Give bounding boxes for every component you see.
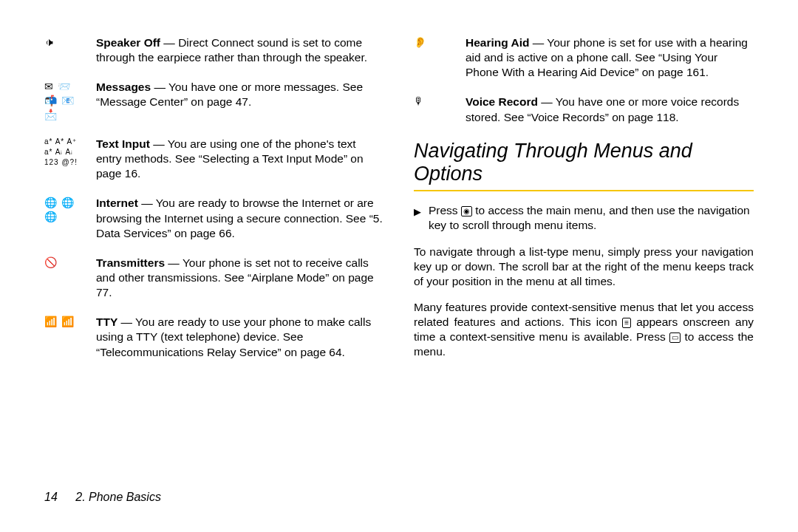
text-input-icon: a* A* A⁺ a* Aᵢ Aᵢ 123 @?! xyxy=(44,137,89,168)
heading-underline xyxy=(414,190,754,191)
internet-desc: Internet — You are ready to browse the I… xyxy=(96,196,384,240)
page-footer: 14 2. Phone Basics xyxy=(44,490,161,505)
messages-desc: Messages — You have one or more messages… xyxy=(96,80,384,109)
tty-icon: 📶 📶 xyxy=(44,315,89,329)
transmitters-icon: 🚫 xyxy=(44,256,89,270)
nav-paragraph-2: Many features provide context-sensitive … xyxy=(414,300,754,360)
nav-paragraph-1: To navigate through a list-type menu, si… xyxy=(414,245,754,289)
transmitters-desc: Transmitters — Your phone is set not to … xyxy=(96,256,384,300)
text-input-desc: Text Input — You are using one of the ph… xyxy=(96,137,384,181)
voice-record-desc: Voice Record — You have one or more voic… xyxy=(466,95,754,124)
softkey-icon: ▭ xyxy=(669,332,681,343)
internet-icon: 🌐 🌐 🌐 xyxy=(44,196,89,224)
tty-desc: TTY — You are ready to use your phone to… xyxy=(96,315,384,359)
status-row-transmitters: 🚫 Transmitters — Your phone is set not t… xyxy=(44,256,384,300)
left-column: 🕩 Speaker Off — Direct Connect sound is … xyxy=(44,35,384,375)
section-heading: Navigating Through Menus and Options xyxy=(414,140,754,185)
speaker-off-icon: 🕩 xyxy=(44,35,89,50)
bullet-text: Press ◉ to access the main menu, and the… xyxy=(429,203,754,233)
instruction-bullet: ▶ Press ◉ to access the main menu, and t… xyxy=(414,203,754,233)
status-row-speaker-off: 🕩 Speaker Off — Direct Connect sound is … xyxy=(44,35,384,65)
menu-key-icon: ◉ xyxy=(461,206,472,216)
page-content: 🕩 Speaker Off — Direct Connect sound is … xyxy=(0,0,798,375)
messages-icon: ✉ 📨 📬 📧 📩 xyxy=(44,80,89,122)
bullet-icon: ▶ xyxy=(414,205,421,220)
status-row-messages: ✉ 📨 📬 📧 📩 Messages — You have one or mor… xyxy=(44,80,384,122)
status-row-internet: 🌐 🌐 🌐 Internet — You are ready to browse… xyxy=(44,196,384,240)
hearing-aid-desc: Hearing Aid — Your phone is set for use … xyxy=(466,35,754,80)
status-row-tty: 📶 📶 TTY — You are ready to use your phon… xyxy=(44,315,384,359)
hearing-aid-icon: 👂 xyxy=(414,35,458,50)
status-row-text-input: a* A* A⁺ a* Aᵢ Aᵢ 123 @?! Text Input — Y… xyxy=(44,137,384,181)
page-number: 14 xyxy=(44,491,58,503)
context-menu-icon: ≡ xyxy=(622,318,631,328)
section-name: 2. Phone Basics xyxy=(75,491,161,503)
right-column: 👂 Hearing Aid — Your phone is set for us… xyxy=(414,35,754,375)
speaker-off-desc: Speaker Off — Direct Connect sound is se… xyxy=(96,35,384,65)
voice-record-icon: 🎙 xyxy=(414,95,458,109)
status-row-hearing-aid: 👂 Hearing Aid — Your phone is set for us… xyxy=(414,35,754,80)
status-row-voice-record: 🎙 Voice Record — You have one or more vo… xyxy=(414,95,754,124)
